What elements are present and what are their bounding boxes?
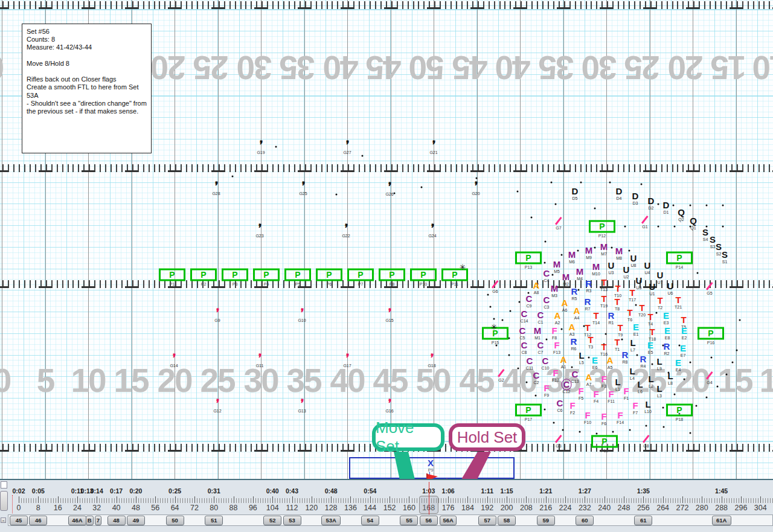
performer-dot[interactable]	[487, 294, 489, 296]
performer-marker[interactable]: EE7	[680, 344, 686, 357]
performer-marker[interactable]: TT21	[675, 295, 682, 309]
performer-marker[interactable]: CC1	[537, 310, 544, 324]
performer-marker[interactable]: CC8	[521, 341, 528, 354]
pit-marker-box[interactable]: PP4	[253, 269, 280, 281]
performer-marker[interactable]: MM8	[615, 246, 623, 260]
performer-dot[interactable]	[546, 339, 548, 341]
performer-dot[interactable]	[535, 395, 537, 397]
performer-marker[interactable]: MM6	[568, 250, 576, 264]
set-button-45[interactable]: 45	[10, 516, 28, 525]
guard-slash-marker[interactable]: G6	[492, 280, 498, 293]
performer-marker[interactable]: EE2	[681, 326, 687, 340]
performer-dot[interactable]	[579, 431, 581, 433]
performer-dot[interactable]	[673, 205, 675, 207]
set-button-59[interactable]: 59	[537, 516, 555, 525]
performer-marker[interactable]: CC13	[571, 370, 579, 383]
performer-marker[interactable]: SS1	[722, 250, 728, 264]
performer-dot[interactable]	[490, 306, 492, 308]
performer-marker[interactable]: LL2	[648, 374, 653, 388]
guard-slash-marker[interactable]: G8	[643, 434, 649, 448]
guard-flag-marker[interactable]: ❜G20	[472, 181, 480, 196]
performer-marker[interactable]: MM9	[585, 246, 593, 260]
performer-marker[interactable]: CC14	[521, 309, 528, 323]
performer-dot[interactable]	[571, 367, 573, 368]
performer-dot[interactable]	[232, 176, 234, 178]
performer-dot[interactable]	[544, 262, 546, 264]
performer-dot[interactable]	[580, 182, 582, 184]
performer-dot[interactable]	[635, 304, 637, 306]
performer-marker[interactable]: TT19	[600, 294, 608, 308]
guard-flag-marker[interactable]: ❜G10	[298, 307, 306, 322]
performer-dot[interactable]	[526, 382, 528, 383]
set-button-50[interactable]: 50	[166, 516, 184, 525]
performer-marker[interactable]: LL7	[630, 338, 635, 352]
pit-marker-box[interactable]: PP10	[410, 269, 437, 281]
performer-dot[interactable]	[336, 194, 338, 196]
performer-marker[interactable]: CC11	[526, 356, 533, 370]
pit-marker-box[interactable]: PP1	[159, 269, 185, 281]
performer-marker[interactable]: LL10	[644, 400, 652, 414]
performer-dot[interactable]	[421, 187, 423, 188]
guard-flag-marker[interactable]: ❜G19	[257, 139, 265, 155]
performer-marker[interactable]: LL8	[667, 371, 673, 385]
performer-marker[interactable]: AA6	[562, 298, 568, 312]
performer-marker[interactable]: FF8	[551, 326, 557, 340]
performer-dot[interactable]	[717, 386, 719, 388]
guard-flag-marker[interactable]: ❜G14	[170, 353, 178, 368]
performer-dot[interactable]	[621, 339, 623, 341]
timeline-left-handle[interactable]: -	[1, 518, 6, 523]
performer-marker[interactable]: UU2	[623, 265, 630, 279]
performer-marker[interactable]: AA4	[574, 306, 580, 320]
performer-marker[interactable]: MM7	[600, 242, 608, 256]
performer-marker[interactable]: TT2	[657, 296, 662, 310]
performer-marker[interactable]: RR3	[586, 279, 592, 293]
performer-marker[interactable]: RR4	[640, 354, 647, 368]
performer-marker[interactable]: LL6	[637, 380, 643, 394]
performer-marker[interactable]: FF14	[617, 411, 624, 425]
performer-marker[interactable]: RR1	[608, 311, 615, 325]
guard-flag-marker[interactable]: ❜G12	[213, 398, 221, 413]
set-button-56A[interactable]: 56A	[440, 516, 457, 525]
performer-marker[interactable]: LL5	[579, 351, 584, 365]
performer-marker[interactable]: UU1	[649, 282, 656, 296]
performer-dot[interactable]	[493, 318, 495, 320]
performer-marker[interactable]: MM10	[592, 262, 600, 276]
performer-dot[interactable]	[722, 226, 724, 228]
guard-slash-marker[interactable]: G3	[556, 434, 561, 448]
performer-dot[interactable]	[531, 217, 533, 219]
guard-flag-marker[interactable]: ❜G17	[343, 353, 351, 368]
performer-marker[interactable]: FF9	[544, 383, 549, 397]
performer-dot[interactable]	[275, 146, 277, 148]
performer-marker[interactable]: RR5	[571, 287, 578, 301]
guard-flag-marker[interactable]: ❜G28	[212, 181, 220, 196]
performer-dot[interactable]	[662, 407, 664, 409]
performer-marker[interactable]: TT1	[614, 338, 620, 351]
performer-dot[interactable]	[594, 208, 596, 210]
guard-flag-marker[interactable]: ❜G9	[214, 307, 220, 322]
guard-slash-marker[interactable]: G7	[556, 216, 561, 230]
performer-marker[interactable]: TT6	[627, 308, 632, 322]
performer-marker[interactable]: AA3	[569, 322, 576, 336]
set-button-56[interactable]: 56	[420, 516, 438, 525]
guard-flag-marker[interactable]: ❜G18	[428, 353, 435, 368]
set-button-53[interactable]: 53	[283, 516, 301, 525]
guard-flag-marker[interactable]: ❜G26	[385, 181, 393, 196]
performer-dot[interactable]	[612, 431, 614, 433]
performer-dot[interactable]	[577, 250, 579, 252]
performer-marker[interactable]: UU6	[667, 281, 674, 295]
pit-marker-box[interactable]: PP13	[515, 252, 542, 264]
performer-marker[interactable]: MM2	[562, 272, 570, 286]
performer-marker[interactable]: MM4	[576, 267, 584, 281]
performer-marker[interactable]: FF7	[632, 401, 638, 415]
performer-marker[interactable]: AA1	[560, 355, 567, 369]
performer-dot[interactable]	[736, 350, 738, 351]
performer-dot[interactable]	[696, 405, 698, 407]
performer-marker[interactable]: FF11	[608, 389, 615, 403]
performer-marker[interactable]: QQ2	[678, 208, 685, 222]
guard-flag-marker[interactable]: ❜G25	[299, 181, 307, 196]
performer-dot[interactable]	[551, 182, 553, 184]
performer-dot[interactable]	[656, 312, 658, 314]
guard-flag-marker[interactable]: ❜G11	[256, 353, 264, 368]
performer-dot[interactable]	[646, 425, 647, 427]
performer-marker[interactable]: EE3	[663, 311, 669, 325]
